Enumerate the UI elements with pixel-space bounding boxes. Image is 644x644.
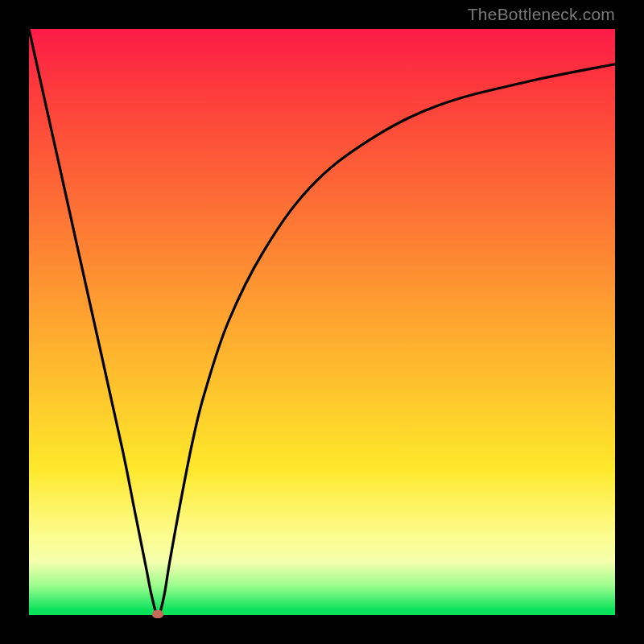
attribution-text: TheBottleneck.com — [468, 5, 615, 24]
bottleneck-curve — [29, 29, 615, 615]
plot-area — [29, 29, 615, 615]
minimum-marker-icon — [152, 610, 163, 618]
outer-frame: TheBottleneck.com — [0, 0, 644, 644]
